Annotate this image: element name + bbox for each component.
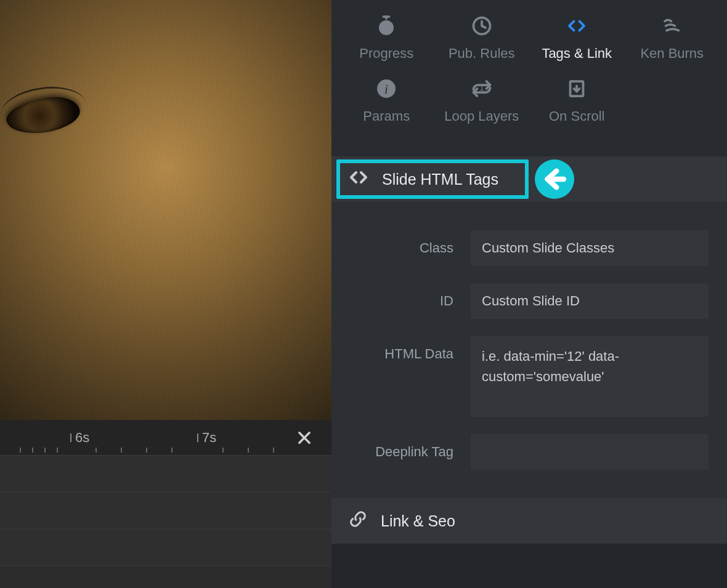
tab-on-scroll[interactable]: On Scroll [530,75,623,138]
timeline: 6s 7s [0,420,331,588]
timeline-track-row[interactable] [0,530,331,566]
timeline-tracks [0,456,331,588]
timeline-track-row[interactable] [0,456,331,493]
section-body-slide-html-tags: Class ID HTML Data Deeplink Tag [331,202,727,498]
link-icon [349,510,367,532]
options-panel: Progress Pub. Rules Tags & Link Ken Burn… [331,0,727,588]
form-row-html-data: HTML Data [350,336,709,417]
ruler-label: 7s [202,430,216,446]
code-icon [349,167,368,191]
clock-icon [471,15,493,37]
label-id: ID [350,283,471,309]
input-html-data[interactable] [471,336,709,417]
ruler-minor-tick [222,448,224,453]
section-header-slide-html-tags[interactable]: Slide HTML Tags [331,156,727,202]
loop-icon: 1 [471,78,493,100]
tab-ken-burns[interactable]: Ken Burns [626,12,718,75]
slide-preview-image [0,0,331,420]
tab-label: On Scroll [549,108,604,124]
tab-pub-rules[interactable]: Pub. Rules [436,12,528,75]
form-row-deeplink: Deeplink Tag [350,434,709,470]
ruler-minor-tick [248,448,249,453]
ruler-minor-tick [44,448,46,453]
label-html-data: HTML Data [350,336,471,362]
ruler-label: 6s [75,430,89,446]
tab-label: Pub. Rules [449,46,515,62]
options-tabs: Progress Pub. Rules Tags & Link Ken Burn… [331,0,727,156]
preview-texture [0,0,331,420]
ruler-minor-tick [146,448,147,453]
close-icon[interactable] [296,429,313,446]
section-title: Link & Seo [381,512,455,530]
scroll-icon [566,78,588,100]
tab-label: Loop Layers [444,108,519,124]
code-icon [566,15,588,37]
stopwatch-icon [375,15,397,37]
ruler-minor-tick [20,448,21,453]
tab-label: Progress [359,46,413,62]
svg-point-0 [379,20,394,35]
callout-arrow-icon [535,159,574,199]
ruler-minor-tick [171,448,173,453]
form-row-id: ID [350,283,709,319]
ruler-minor-tick [32,448,33,453]
tab-loop-layers[interactable]: 1 Loop Layers [436,75,528,138]
tab-label: Ken Burns [640,46,704,62]
timeline-track-row[interactable] [0,493,331,530]
tab-params[interactable]: i Params [340,75,433,138]
editor-left-panel: 6s 7s [0,0,331,588]
tab-label: Params [363,108,410,124]
input-deeplink[interactable] [471,434,709,470]
ruler-minor-tick [95,448,97,453]
ruler-minor-tick [57,448,58,453]
label-class: Class [350,230,471,256]
tab-tags-link[interactable]: Tags & Link [530,12,623,75]
motion-icon [661,15,683,37]
ruler-minor-tick [273,448,274,453]
section-title: Slide HTML Tags [382,171,498,188]
ruler-minor-tick [121,448,122,453]
svg-text:i: i [384,82,388,97]
tab-progress[interactable]: Progress [340,12,433,75]
input-id[interactable] [471,283,709,319]
info-icon: i [375,78,397,100]
timeline-ruler[interactable]: 6s 7s [0,420,331,456]
input-class[interactable] [471,230,709,266]
svg-text:1: 1 [479,84,484,92]
section-header-link-seo[interactable]: Link & Seo [331,498,727,544]
tab-label: Tags & Link [542,46,612,62]
form-row-class: Class [350,230,709,266]
label-deeplink: Deeplink Tag [350,434,471,460]
